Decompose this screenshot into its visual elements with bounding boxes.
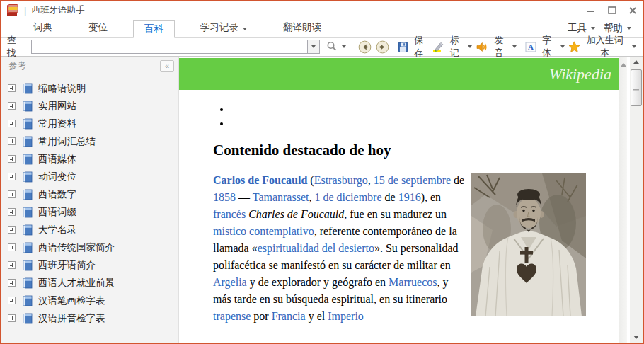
sidebar-tree-item[interactable]: 实用网站 xyxy=(1,97,178,115)
sidebar-tree-item[interactable]: 大学名录 xyxy=(1,221,178,239)
expand-plus-icon[interactable] xyxy=(8,279,16,287)
article-link[interactable]: místico contemplativo xyxy=(213,225,314,237)
mark-button[interactable]: 标记 xyxy=(430,39,466,55)
scrollbar-grip xyxy=(633,86,639,91)
content-scrollbar[interactable] xyxy=(619,57,627,343)
wikipedia-banner-title[interactable]: Wikipedia xyxy=(549,65,611,84)
tab-label: 词典 xyxy=(33,22,52,33)
sidebar-tree-item[interactable]: 西语数字 xyxy=(1,185,178,203)
article-link[interactable]: Marruecos xyxy=(389,276,437,288)
expand-plus-icon[interactable] xyxy=(8,297,16,304)
find-label: 查找 xyxy=(7,34,25,59)
forward-icon xyxy=(376,40,389,54)
expand-plus-icon[interactable] xyxy=(8,261,16,269)
minimize-button[interactable] xyxy=(581,1,602,19)
expand-plus-icon[interactable] xyxy=(8,190,16,198)
article-link[interactable]: francés xyxy=(213,208,246,220)
window-controls xyxy=(581,1,643,19)
scrollbar-thumb[interactable] xyxy=(631,69,642,106)
main-content: Wikipedia Contenido destacado de hoy xyxy=(179,57,619,343)
search-input[interactable] xyxy=(32,40,307,53)
save-button[interactable]: 保存 xyxy=(396,39,430,55)
maximize-button[interactable] xyxy=(602,1,622,19)
sidebar-tree-item[interactable]: 汉语拼音检字表 xyxy=(1,309,178,327)
back-icon xyxy=(358,40,372,54)
window-scrollbar[interactable] xyxy=(630,57,643,343)
tab-dictionary[interactable]: 词典 xyxy=(23,19,63,37)
sidebar-tree-item[interactable]: 动词变位 xyxy=(1,168,178,185)
tab-label: 翻译朗读 xyxy=(283,22,321,33)
search-icon xyxy=(326,41,338,52)
article-link[interactable]: Carlos de Foucauld xyxy=(213,174,307,186)
sidebar-tree-item[interactable]: 常用词汇总结 xyxy=(1,132,178,150)
article-link[interactable]: espiritualidad del desierto xyxy=(258,242,374,254)
tab-label: 学习记录 xyxy=(200,22,238,33)
pronounce-options-caret[interactable] xyxy=(510,39,519,55)
expand-plus-icon[interactable] xyxy=(8,120,16,127)
sidebar-collapse-button[interactable]: « xyxy=(160,60,174,72)
expand-plus-icon[interactable] xyxy=(8,226,16,234)
chevron-down-icon xyxy=(591,27,595,30)
bullet-item xyxy=(231,104,586,118)
article-link[interactable]: Tamanrasset xyxy=(253,191,309,203)
expand-plus-icon[interactable] xyxy=(8,314,16,322)
tree-item-label: 大学名录 xyxy=(38,224,76,236)
font-button[interactable]: A 字体 xyxy=(523,39,558,55)
forward-button[interactable] xyxy=(374,39,391,55)
expand-plus-icon[interactable] xyxy=(8,243,16,251)
search-box xyxy=(31,40,320,54)
tree-item-label: 常用资料 xyxy=(38,117,76,130)
font-options-caret[interactable] xyxy=(558,39,567,55)
expand-plus-icon[interactable] xyxy=(8,155,16,163)
expand-plus-icon[interactable] xyxy=(8,208,16,216)
tab-study-record[interactable]: 学习记录 xyxy=(190,19,258,37)
sidebar-tree-item[interactable]: 常用资料 xyxy=(1,115,178,132)
article-link[interactable]: 1858 xyxy=(213,191,236,203)
book-icon xyxy=(23,260,33,271)
reference-tree: 缩略语说明 实用网站 常用资料 xyxy=(1,76,178,327)
tree-item-label: 汉语拼音检字表 xyxy=(38,312,105,325)
article-link[interactable]: Argelia xyxy=(213,276,247,288)
expand-plus-icon[interactable] xyxy=(8,84,16,92)
sidebar-tree-item[interactable]: 汉语笔画检字表 xyxy=(1,292,178,309)
menu-label: 工具 xyxy=(568,22,587,35)
search-options-caret[interactable] xyxy=(340,39,348,55)
close-button[interactable] xyxy=(622,1,643,19)
tab-translate-read[interactable]: 翻译朗读 xyxy=(272,19,332,37)
article-text: y el xyxy=(306,310,328,322)
save-label: 保存 xyxy=(410,34,428,59)
search-button[interactable] xyxy=(324,39,340,55)
chevron-down-icon xyxy=(627,27,631,30)
back-button[interactable] xyxy=(356,39,374,55)
add-vocab-button[interactable]: 加入生词本 xyxy=(566,39,630,55)
mark-options-caret[interactable] xyxy=(466,39,474,55)
sidebar-tree-item[interactable]: 西班牙语简介 xyxy=(1,256,178,274)
article-link[interactable]: 1 de diciembre xyxy=(314,191,381,203)
foucauld-photo[interactable] xyxy=(471,173,586,316)
tree-item-label: 常用词汇总结 xyxy=(38,135,96,148)
tab-encyclopedia[interactable]: 百科 xyxy=(133,20,175,38)
expand-plus-icon[interactable] xyxy=(8,173,16,180)
expand-plus-icon[interactable] xyxy=(8,137,16,145)
sidebar-tree-item[interactable]: 缩略语说明 xyxy=(1,79,178,97)
vocab-options-caret[interactable] xyxy=(630,39,638,55)
book-icon xyxy=(23,189,33,200)
sidebar-tree-item[interactable]: 西语词缀 xyxy=(1,203,178,221)
article-link[interactable]: trapense xyxy=(213,310,251,322)
sidebar-tree-item[interactable]: 西语传统国家简介 xyxy=(1,239,178,256)
book-icon xyxy=(23,242,33,253)
article-link[interactable]: Imperio xyxy=(328,310,364,322)
article-link[interactable]: Francia xyxy=(272,310,306,322)
article-link[interactable]: 1916 xyxy=(398,191,421,203)
pronounce-button[interactable]: 发音 xyxy=(474,39,510,55)
scroll-down-button[interactable] xyxy=(630,332,643,343)
article-link[interactable]: Estrasburgo xyxy=(314,174,368,186)
search-history-dropdown[interactable] xyxy=(307,40,319,53)
book-icon xyxy=(23,171,33,183)
sidebar-tree-item[interactable]: 西语人才就业前景 xyxy=(1,274,178,292)
expand-plus-icon[interactable] xyxy=(8,102,16,110)
sidebar-tree-item[interactable]: 西语媒体 xyxy=(1,150,178,168)
article-link[interactable]: 15 de septiembre xyxy=(374,174,451,186)
tab-conjugation[interactable]: 变位 xyxy=(78,19,118,37)
scroll-up-button[interactable] xyxy=(630,57,643,67)
